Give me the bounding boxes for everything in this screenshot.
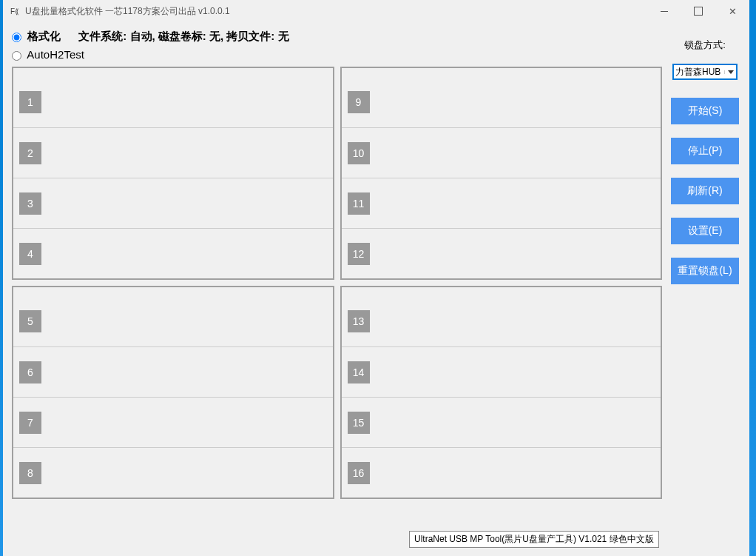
stop-button[interactable]: 停止(P) xyxy=(671,138,739,164)
slot[interactable]: 5 xyxy=(13,296,333,346)
slot[interactable]: 14 xyxy=(342,346,661,397)
format-radio-label: 格式化 xyxy=(27,30,61,42)
autoh2-radio-label: AutoH2Test xyxy=(27,48,84,61)
slot[interactable]: 10 xyxy=(342,127,661,178)
slot-badge: 15 xyxy=(348,412,370,434)
close-button[interactable] xyxy=(715,0,749,22)
app-icon: F⟪ xyxy=(9,5,21,17)
slot-badge: 1 xyxy=(19,91,41,113)
chevron-down-icon xyxy=(724,70,736,74)
slot[interactable]: 7 xyxy=(13,397,333,447)
content-area: 格式化 文件系统: 自动, 磁盘卷标: 无, 拷贝文件: 无 AutoH2Tes… xyxy=(3,22,749,556)
slot-badge: 16 xyxy=(348,462,370,484)
main-area: 格式化 文件系统: 自动, 磁盘卷标: 无, 拷贝文件: 无 AutoH2Tes… xyxy=(12,30,662,556)
slot[interactable]: 8 xyxy=(13,447,333,498)
maximize-button[interactable] xyxy=(681,0,715,22)
lock-mode-select[interactable]: 力普森HUB xyxy=(672,64,738,80)
slot[interactable]: 4 xyxy=(13,228,333,278)
slot-badge: 2 xyxy=(19,142,41,164)
slot-badge: 7 xyxy=(19,412,41,434)
slot-badge: 10 xyxy=(348,142,370,164)
slot-badge: 8 xyxy=(19,462,41,484)
slot-badge: 9 xyxy=(348,91,370,113)
start-button[interactable]: 开始(S) xyxy=(671,98,739,124)
slot[interactable]: 13 xyxy=(342,296,661,346)
refresh-button[interactable]: 刷新(R) xyxy=(671,178,739,204)
slot[interactable]: 12 xyxy=(342,228,661,278)
titlebar: F⟪ U盘批量格式化软件 一芯1178方案公司出品 v1.0.0.1 xyxy=(3,0,749,22)
select-value: 力普森HUB xyxy=(674,66,724,78)
slot[interactable]: 15 xyxy=(342,397,661,447)
window-controls xyxy=(647,0,749,22)
panel-2: 9 10 11 12 xyxy=(340,67,663,280)
slot[interactable]: 2 xyxy=(13,127,333,178)
lock-mode-label: 锁盘方式: xyxy=(669,38,740,52)
slot[interactable]: 1 xyxy=(13,77,333,127)
slot-badge: 12 xyxy=(348,243,370,265)
config-text: 文件系统: 自动, 磁盘卷标: 无, 拷贝文件: 无 xyxy=(78,30,288,42)
tooltip: UltraNet USB MP Tool(黑片U盘量产工具) V1.021 绿色… xyxy=(409,531,659,548)
slot-badge: 5 xyxy=(19,310,41,332)
slots-grid: 1 2 3 4 9 10 11 12 5 6 7 8 xyxy=(12,67,662,499)
slot-badge: 3 xyxy=(19,192,41,215)
minimize-button[interactable] xyxy=(647,0,681,22)
slot[interactable]: 16 xyxy=(342,447,661,498)
slot[interactable]: 3 xyxy=(13,178,333,228)
options-row: 格式化 文件系统: 自动, 磁盘卷标: 无, 拷贝文件: 无 xyxy=(12,30,662,44)
sidebar: 锁盘方式: 力普森HUB 开始(S) 停止(P) 刷新(R) 设置(E) 重置锁… xyxy=(669,30,740,556)
window-title: U盘批量格式化软件 一芯1178方案公司出品 v1.0.0.1 xyxy=(25,5,647,18)
slot-badge: 14 xyxy=(348,361,370,383)
slot[interactable]: 9 xyxy=(342,77,661,127)
panel-4: 13 14 15 16 xyxy=(340,286,663,499)
slot[interactable]: 11 xyxy=(342,178,661,228)
slot-badge: 11 xyxy=(348,192,370,215)
slot[interactable]: 6 xyxy=(13,346,333,397)
format-radio[interactable] xyxy=(12,33,21,42)
autoh2-radio[interactable] xyxy=(12,51,21,61)
slot-badge: 6 xyxy=(19,361,41,383)
settings-button[interactable]: 设置(E) xyxy=(671,218,739,244)
panel-3: 5 6 7 8 xyxy=(12,286,334,499)
slot-badge: 13 xyxy=(348,310,370,332)
slot-badge: 4 xyxy=(19,243,41,265)
reset-lock-button[interactable]: 重置锁盘(L) xyxy=(671,258,739,284)
app-window: F⟪ U盘批量格式化软件 一芯1178方案公司出品 v1.0.0.1 格式化 文… xyxy=(3,0,749,556)
panel-1: 1 2 3 4 xyxy=(12,67,334,280)
